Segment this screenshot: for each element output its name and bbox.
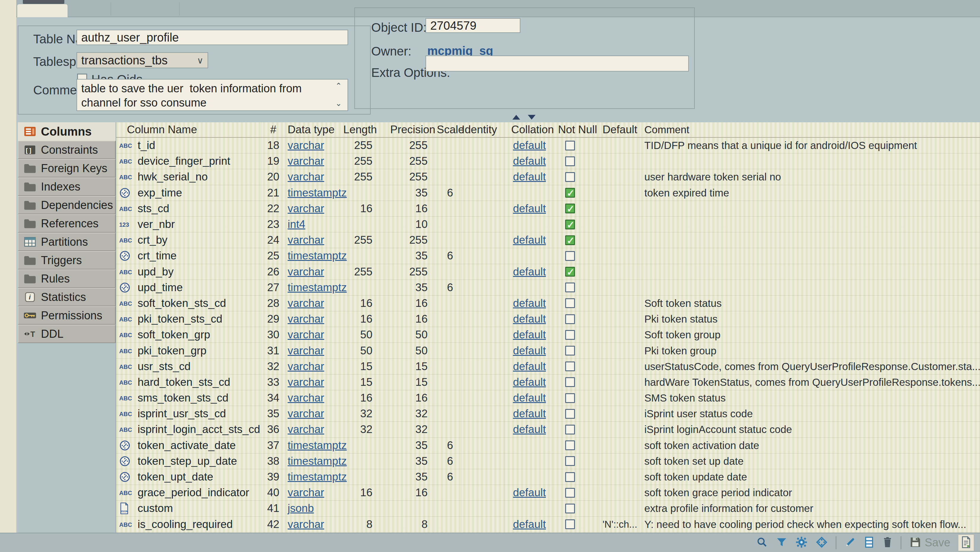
- not-null-checkbox[interactable]: [565, 504, 575, 514]
- collation-link[interactable]: default: [513, 203, 546, 215]
- table-row[interactable]: ABC soft_token_sts_cd28varchar1616defaul…: [116, 295, 980, 311]
- collation-link[interactable]: default: [513, 313, 546, 325]
- collation-link[interactable]: default: [513, 360, 546, 373]
- rows-button[interactable]: [864, 536, 875, 549]
- data-type-link[interactable]: int4: [288, 218, 305, 231]
- collation-link[interactable]: default: [513, 423, 546, 436]
- table-row[interactable]: ABC grace_period_indicator40varchar1616d…: [116, 485, 980, 501]
- table-row[interactable]: ABC sms_token_sts_cd34varchar1616default…: [116, 390, 980, 406]
- not-null-checkbox[interactable]: [565, 393, 575, 403]
- data-type-link[interactable]: varchar: [288, 266, 324, 278]
- table-row[interactable]: JSON custom41jsonbextra profile informat…: [116, 501, 980, 516]
- data-type-link[interactable]: jsonb: [288, 502, 314, 515]
- sidebar-item-columns[interactable]: Columns: [18, 122, 116, 141]
- table-row[interactable]: ABC upd_by26varchar255255default: [116, 264, 980, 280]
- data-type-link[interactable]: timestamptz: [288, 187, 347, 199]
- delete-button[interactable]: [882, 536, 893, 549]
- data-type-link[interactable]: varchar: [288, 360, 324, 373]
- not-null-checkbox[interactable]: [565, 188, 575, 198]
- table-name-input[interactable]: [76, 30, 348, 45]
- scroll-down-icon[interactable]: ⌄: [336, 99, 342, 108]
- not-null-checkbox[interactable]: [565, 409, 575, 419]
- collation-link[interactable]: default: [513, 234, 546, 246]
- data-type-link[interactable]: timestamptz: [288, 281, 347, 294]
- column-header-comment[interactable]: Comment: [640, 122, 980, 137]
- sidebar-item-indexes[interactable]: Indexes: [18, 177, 116, 196]
- column-header-[interactable]: #: [261, 122, 285, 137]
- filter-button[interactable]: [776, 536, 788, 549]
- sidebar-item-references[interactable]: References: [18, 214, 116, 233]
- not-null-checkbox[interactable]: [565, 362, 575, 371]
- table-row[interactable]: ABC soft_token_grp30varchar5050defaultSo…: [116, 327, 980, 343]
- data-type-link[interactable]: varchar: [288, 518, 324, 531]
- table-row[interactable]: ABC hard_token_sts_cd33varchar1515defaul…: [116, 375, 980, 390]
- table-row[interactable]: ABC isprint_usr_sts_cd35varchar3232defau…: [116, 406, 980, 422]
- column-header-default[interactable]: Default: [600, 122, 640, 137]
- data-type-link[interactable]: varchar: [288, 234, 324, 246]
- edit-button[interactable]: [844, 536, 856, 549]
- table-row[interactable]: token_step_up_date38timestamptz356soft t…: [116, 453, 980, 469]
- tablespace-select[interactable]: transactions_tbs ∨: [76, 52, 208, 68]
- not-null-checkbox[interactable]: [565, 314, 575, 324]
- collation-link[interactable]: default: [513, 171, 546, 183]
- splitter-up-icon[interactable]: [512, 115, 520, 120]
- collation-link[interactable]: default: [513, 266, 546, 278]
- column-header-collation[interactable]: Collation: [505, 122, 552, 137]
- column-header-data-type[interactable]: Data type: [285, 122, 347, 137]
- table-row[interactable]: 123 ver_nbr23int410: [116, 217, 980, 232]
- data-type-link[interactable]: varchar: [288, 155, 324, 168]
- table-row[interactable]: ABC pki_token_sts_cd29varchar1616default…: [116, 311, 980, 327]
- not-null-checkbox[interactable]: [565, 220, 575, 230]
- data-type-link[interactable]: timestamptz: [288, 471, 347, 483]
- column-header-length[interactable]: Length: [347, 122, 386, 137]
- extra-options-input[interactable]: [425, 56, 689, 72]
- not-null-checkbox[interactable]: [565, 488, 575, 498]
- save-button[interactable]: Save: [909, 536, 950, 550]
- data-type-link[interactable]: varchar: [288, 313, 324, 325]
- sidebar-item-constraints[interactable]: [ ]Constraints: [18, 141, 116, 159]
- collation-link[interactable]: default: [513, 139, 546, 152]
- collation-link[interactable]: default: [513, 155, 546, 168]
- column-header-scale[interactable]: Scale: [435, 122, 462, 137]
- table-row[interactable]: ABC is_cooling_required42varchar88defaul…: [116, 517, 980, 533]
- table-row[interactable]: ABC isprint_login_acct_sts_cd36varchar32…: [116, 422, 980, 437]
- sidebar-item-foreign-keys[interactable]: Foreign Keys: [18, 159, 116, 177]
- refresh-button[interactable]: [815, 536, 828, 550]
- collation-link[interactable]: default: [513, 407, 546, 420]
- not-null-checkbox[interactable]: [565, 204, 575, 214]
- sidebar-item-permissions[interactable]: Permissions: [18, 306, 116, 325]
- sidebar-item-triggers[interactable]: Triggers: [18, 251, 116, 270]
- settings-button[interactable]: [795, 536, 808, 550]
- data-type-link[interactable]: varchar: [288, 139, 324, 152]
- data-type-link[interactable]: varchar: [288, 171, 324, 183]
- not-null-checkbox[interactable]: [565, 519, 575, 529]
- data-type-link[interactable]: timestamptz: [288, 455, 347, 467]
- data-type-link[interactable]: varchar: [288, 329, 324, 341]
- sidebar-item-rules[interactable]: Rules: [18, 270, 116, 288]
- data-type-link[interactable]: varchar: [288, 407, 324, 420]
- collation-link[interactable]: default: [513, 392, 546, 404]
- collation-link[interactable]: default: [513, 518, 546, 531]
- data-type-link[interactable]: timestamptz: [288, 250, 347, 262]
- script-button[interactable]: [958, 534, 974, 551]
- table-row[interactable]: token_upt_date39timestamptz356soft token…: [116, 469, 980, 485]
- not-null-checkbox[interactable]: [565, 172, 575, 182]
- column-header-column-name[interactable]: Column Name: [116, 122, 261, 137]
- table-row[interactable]: ABC sts_cd22varchar1616default: [116, 201, 980, 217]
- table-row[interactable]: token_activate_date37timestamptz356soft …: [116, 438, 980, 453]
- table-row[interactable]: ABC crt_by24varchar255255default: [116, 232, 980, 248]
- scroll-up-icon[interactable]: ⌃: [336, 81, 342, 91]
- data-type-link[interactable]: varchar: [288, 423, 324, 436]
- sidebar-item-dependencies[interactable]: Dependencies: [18, 196, 116, 214]
- sidebar-item-partitions[interactable]: Partitions: [18, 233, 116, 251]
- table-row[interactable]: ABC t_id18varchar255255defaultTID/DFP me…: [116, 138, 980, 153]
- data-type-link[interactable]: varchar: [288, 487, 324, 499]
- table-row[interactable]: ABC hwk_serial_no20varchar255255defaultu…: [116, 169, 980, 185]
- collation-link[interactable]: default: [513, 297, 546, 310]
- splitter-down-icon[interactable]: [528, 115, 536, 120]
- collation-link[interactable]: default: [513, 376, 546, 388]
- column-header-not-null[interactable]: Not Null: [552, 122, 600, 137]
- not-null-checkbox[interactable]: [565, 425, 575, 434]
- comment-textarea[interactable]: table to save the uer token information …: [76, 79, 348, 111]
- table-row[interactable]: exp_time21timestamptz356token expired ti…: [116, 185, 980, 201]
